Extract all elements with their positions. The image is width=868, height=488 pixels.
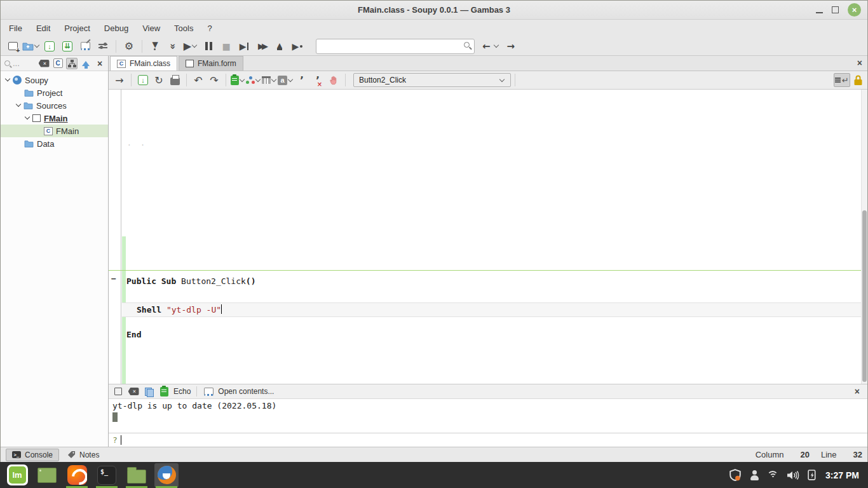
undo-icon: ↶ [194, 74, 202, 86]
code-editor[interactable]: · · − Public Sub Button2_Click() Shell "… [109, 90, 867, 384]
minimize-button[interactable] [816, 12, 823, 13]
open-project-button[interactable] [22, 38, 40, 55]
console-prompt-row[interactable]: ? [109, 433, 867, 447]
compile-all-button[interactable]: » [165, 38, 181, 55]
gambas-window-button[interactable] [154, 462, 179, 488]
forward-button[interactable]: ▶▶ [254, 38, 270, 55]
up-arrow-icon [82, 61, 90, 66]
search-icon [464, 42, 470, 48]
expander-icon[interactable] [16, 102, 21, 107]
pause-button[interactable] [200, 38, 217, 55]
comment-button[interactable]: ’ [294, 72, 309, 88]
close-button[interactable]: × [848, 3, 861, 17]
close-tab-button[interactable]: × [852, 58, 867, 68]
expander-icon[interactable] [25, 114, 30, 119]
compile-button[interactable]: ▼ [147, 38, 163, 55]
menu-project[interactable]: Project [57, 21, 97, 36]
menu-edit[interactable]: Edit [29, 21, 57, 36]
step-button[interactable]: ▶ [236, 38, 252, 55]
format-button[interactable]: a [278, 72, 294, 88]
console-output[interactable]: yt-dlp is up to date (2022.05.18) [109, 399, 867, 433]
lock-icon[interactable] [853, 75, 863, 86]
tree-item-project[interactable]: Project [1, 86, 108, 99]
fold-collapse-icon[interactable]: − [111, 274, 116, 283]
tree-item-fmain-class[interactable]: C FMain [1, 125, 108, 137]
redo-button[interactable]: ↷ [207, 72, 222, 88]
menu-debug[interactable]: Debug [97, 21, 135, 36]
volume-icon[interactable] [787, 470, 799, 480]
go-up-button[interactable] [80, 58, 92, 69]
word-wrap-button[interactable]: ↵ [834, 73, 850, 87]
procedure-combobox[interactable]: Button2_Click [353, 73, 511, 87]
open-contents-label[interactable]: Open contents... [218, 387, 274, 396]
title-bar[interactable]: FMain.class - Soupy 0.0.1 — Gambas 3 × [1, 1, 867, 20]
search-input[interactable] [316, 39, 475, 54]
stop-button[interactable]: ■ [218, 38, 234, 55]
run-button[interactable]: ▶ [182, 38, 199, 55]
tree-label: FMain [44, 114, 68, 123]
chevron-down-icon[interactable] [493, 43, 498, 48]
editor-area: C FMain.class FMain.form × → ↓ ↻ [109, 56, 867, 447]
tree-item-fmain-form[interactable]: FMain [1, 112, 108, 125]
terminal-launcher[interactable]: $_ [95, 462, 119, 488]
menu-file[interactable]: File [2, 21, 29, 36]
insert-button[interactable] [262, 72, 277, 88]
close-sidebar-button[interactable]: × [94, 58, 105, 69]
expand-console-button[interactable] [112, 386, 124, 397]
show-desktop-button[interactable] [35, 462, 59, 488]
search-icon[interactable] [4, 60, 10, 66]
save-all-button[interactable]: ⇊ [59, 38, 76, 55]
filter-hint[interactable]: ... [13, 58, 20, 68]
preferences-button[interactable] [95, 38, 111, 55]
echo-toggle[interactable]: Echo [173, 387, 191, 396]
paste-console-button[interactable] [158, 386, 170, 397]
menu-help[interactable]: ? [200, 21, 219, 36]
tab-notes[interactable]: Notes [62, 449, 105, 461]
save-button[interactable]: ↓ [41, 38, 58, 55]
vertical-scrollbar[interactable] [861, 90, 867, 384]
tree-view-button[interactable] [66, 58, 78, 69]
clear-console-button[interactable]: × [128, 386, 139, 397]
tree-label: Data [37, 139, 54, 149]
forward-arrow-icon[interactable]: → [507, 41, 515, 52]
user-applet-icon[interactable] [750, 470, 759, 480]
clear-filter-button[interactable]: × [38, 58, 50, 69]
menu-tools[interactable]: Tools [167, 21, 200, 36]
colors-button[interactable] [246, 72, 261, 88]
paste-special-button[interactable] [230, 72, 245, 88]
options-button[interactable]: ⚙ [121, 38, 137, 55]
tab-fmain-class[interactable]: C FMain.class [110, 56, 177, 71]
breakpoint-button[interactable] [326, 72, 341, 88]
back-arrow-icon[interactable]: ← [482, 41, 491, 52]
finish-button[interactable]: ▲ [271, 38, 288, 55]
undo-button[interactable]: ↶ [191, 72, 206, 88]
expander-icon[interactable] [5, 76, 10, 81]
copy-console-button[interactable] [143, 386, 154, 397]
uncomment-button[interactable]: ’× [310, 72, 325, 88]
show-classes-button[interactable]: C [52, 58, 64, 69]
new-project-button[interactable]: + [4, 38, 21, 55]
firefox-launcher[interactable] [65, 462, 89, 488]
maximize-button[interactable] [832, 6, 839, 13]
open-contents-button[interactable] [203, 386, 214, 397]
mint-menu-button[interactable]: lm [5, 462, 29, 488]
close-console-button[interactable]: × [851, 386, 864, 396]
scrollbar-thumb[interactable] [862, 210, 867, 382]
tree-item-soupy[interactable]: Soupy [1, 74, 108, 86]
menu-view[interactable]: View [135, 21, 167, 36]
tab-console[interactable]: >_ Console [6, 449, 59, 461]
tab-fmain-form[interactable]: FMain.form [179, 56, 243, 71]
goto-button[interactable]: → [112, 72, 127, 88]
project-properties-button[interactable] [77, 38, 93, 55]
files-launcher[interactable] [125, 462, 149, 488]
clock[interactable]: 3:27 PM [825, 470, 859, 480]
shield-icon[interactable] [729, 469, 742, 482]
tree-item-sources[interactable]: Sources [1, 99, 108, 112]
save-file-button[interactable]: ↓ [135, 72, 151, 88]
reload-button[interactable]: ↻ [151, 72, 166, 88]
print-button[interactable] [167, 72, 182, 88]
tree-item-data[interactable]: Data [1, 137, 108, 150]
battery-icon[interactable] [808, 470, 817, 481]
run-until-button[interactable]: ▶ [289, 38, 306, 55]
wifi-icon[interactable] [767, 471, 778, 480]
